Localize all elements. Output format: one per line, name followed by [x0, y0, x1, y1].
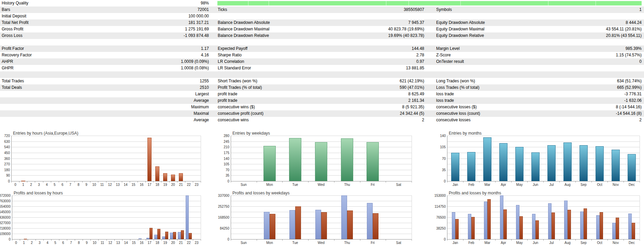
stat-label: Ticks [218, 6, 227, 13]
y-tick-label: 545000 [0, 210, 11, 214]
bar [500, 195, 503, 239]
chart-profits-losses-by-hours: Profits and losses by hours8720007630006… [0, 123, 644, 246]
bar [170, 233, 173, 239]
x-tick [177, 181, 177, 182]
x-tick [114, 181, 114, 182]
bar [341, 195, 347, 239]
x-tick [83, 240, 83, 241]
stats-row [0, 71, 644, 78]
x-tick [511, 240, 512, 241]
bar [452, 212, 455, 239]
y-tick-label: 153000 [430, 194, 446, 197]
stats-row: Gross Profit1 275 191.69Balance Drawdown… [0, 26, 644, 32]
y-tick-label: 720 [0, 134, 10, 138]
x-category-label: 8 [72, 241, 86, 245]
bar [451, 153, 459, 181]
gridline [231, 201, 412, 201]
plot-right-border [640, 136, 640, 181]
stats-row: Averageprofit trade2 161.34loss trade-1 … [0, 97, 644, 104]
x-category-label: 4 [40, 183, 54, 187]
gridline [11, 147, 201, 147]
gridline [447, 217, 640, 218]
stat-label: Short Trades (won %) [218, 78, 257, 84]
stat-label: consecutive losses [436, 117, 471, 123]
x-tick [20, 240, 20, 241]
x-category-label: 16 [135, 241, 148, 245]
stat-value: 1.15 (74.57%) [616, 52, 642, 58]
bar [178, 232, 181, 239]
stats-row: Largestprofit trade8 625.49loss trade-3 … [0, 91, 644, 97]
x-category-label: 2 [24, 183, 38, 187]
gridline [447, 206, 640, 207]
stats-table: History Quality98%Bars72001Ticks38550580… [0, 0, 644, 123]
y-tick-label: 38250 [430, 227, 446, 230]
x-tick [35, 181, 35, 182]
x-category-label: 12 [103, 241, 117, 245]
y-tick-label: 180 [0, 168, 10, 172]
gridline [12, 217, 201, 218]
x-category-label: 2 [25, 241, 39, 245]
chart-title: Entries by weekdays [232, 131, 270, 136]
stat-label: GHPR [2, 65, 14, 71]
stats-row: Averageconsecutive wins2consecutive loss… [0, 117, 644, 123]
x-tick [177, 240, 177, 241]
y-tick-label: 35 [214, 174, 229, 177]
x-category-label: Nov [609, 183, 622, 187]
x-tick [201, 181, 201, 182]
y-tick-label: 280 [214, 134, 229, 138]
x-category-label: 6 [56, 183, 69, 187]
bar [547, 145, 556, 181]
stat-value: 621 (42.19%) [400, 78, 424, 84]
stat-label: Profit Trades (% of total) [218, 84, 262, 91]
x-category-label: 10 [87, 183, 101, 187]
x-category-label: Sun [237, 183, 251, 187]
x-tick [527, 240, 528, 241]
quality-bar-divider [460, 1, 461, 5]
bar [468, 214, 471, 239]
x-category-label: Sep [577, 183, 590, 187]
stat-label: consecutive wins ($) [218, 104, 255, 110]
gridline [447, 141, 640, 142]
bar [483, 137, 491, 181]
x-category-label: 9 [80, 183, 93, 187]
y-tick-label: 630 [0, 140, 10, 144]
bar [347, 210, 353, 239]
bar [163, 173, 167, 181]
x-tick [201, 240, 201, 241]
chart-title: Profits and losses by hours [14, 191, 63, 195]
stats-row: Total Deals2510Profit Trades (% of total… [0, 84, 644, 91]
bar [139, 238, 142, 239]
x-tick [282, 240, 283, 241]
x-tick [479, 240, 480, 241]
gridline [11, 170, 201, 170]
stat-label: Z-Score [436, 52, 451, 58]
x-axis-line [231, 181, 412, 181]
gridline [447, 147, 640, 147]
x-axis-line [447, 239, 640, 240]
x-category-label: 0 [9, 183, 22, 187]
x-category-label: Aug [561, 183, 574, 187]
x-tick [11, 181, 12, 182]
bar [373, 213, 378, 239]
gridline [12, 228, 201, 229]
stat-label: Initial Deposit [2, 13, 26, 19]
bar [616, 218, 619, 239]
x-tick [90, 240, 91, 241]
y-tick-label: 105 [214, 162, 229, 166]
stat-value: 2 [422, 117, 424, 123]
x-category-label: Apr [497, 241, 510, 245]
x-category-label: 23 [190, 241, 203, 245]
stat-label: Recovery Factor [2, 52, 32, 58]
x-tick [161, 181, 161, 182]
x-axis-line [231, 239, 412, 240]
y-tick-label: 70 [430, 157, 446, 161]
bar [516, 205, 519, 239]
stat-value: 634 (51.74%) [617, 78, 642, 84]
bar [455, 219, 459, 239]
x-category-label: 18 [151, 183, 164, 187]
x-category-label: 21 [174, 183, 188, 187]
chart-title: Profits and losses by weekdays [232, 191, 289, 195]
bar [165, 232, 168, 239]
x-category-label: Oct [593, 183, 606, 187]
quality-bar-divider [548, 1, 548, 5]
